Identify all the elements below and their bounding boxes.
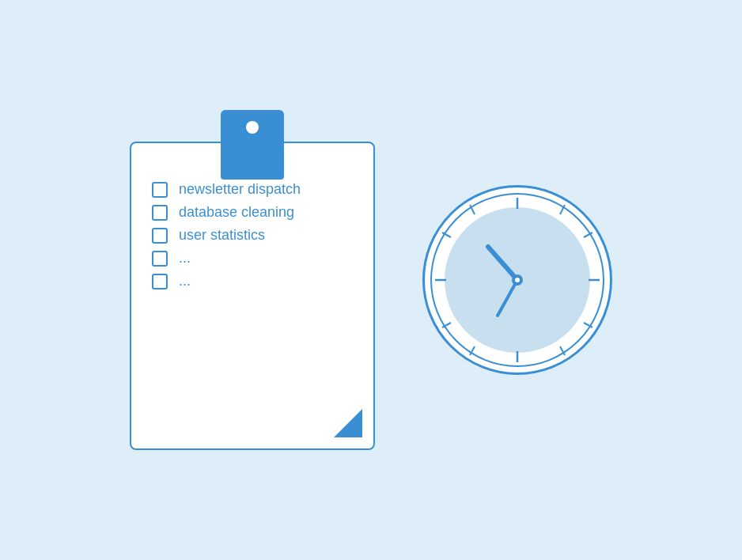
checkbox-5[interactable]: [152, 274, 168, 289]
svg-point-15: [515, 278, 520, 282]
clock: [422, 185, 612, 375]
item-label-1: newsletter dispatch: [179, 181, 301, 198]
folded-corner: [334, 409, 362, 437]
svg-line-6: [584, 323, 592, 327]
svg-line-8: [470, 346, 475, 355]
item-label-3: user statistics: [179, 227, 265, 244]
clipboard: newsletter dispatch database cleaning us…: [130, 110, 375, 450]
clipboard-clip: [221, 110, 284, 173]
svg-line-5: [584, 233, 592, 237]
svg-line-9: [442, 323, 451, 327]
clipboard-paper: newsletter dispatch database cleaning us…: [136, 157, 369, 444]
checklist: newsletter dispatch database cleaning us…: [152, 181, 353, 289]
item-label-5: ...: [179, 273, 191, 289]
list-item: user statistics: [152, 227, 353, 244]
svg-line-10: [442, 233, 451, 237]
list-item: newsletter dispatch: [152, 181, 353, 198]
checkbox-3[interactable]: [152, 228, 168, 244]
checkbox-1[interactable]: [152, 182, 168, 198]
svg-line-13: [498, 280, 517, 316]
checkbox-2[interactable]: [152, 205, 168, 221]
svg-line-7: [560, 346, 565, 355]
checkbox-4[interactable]: [152, 251, 168, 267]
item-label-4: ...: [179, 250, 191, 267]
list-item: ...: [152, 250, 353, 267]
main-scene: newsletter dispatch database cleaning us…: [130, 110, 612, 450]
svg-line-12: [488, 247, 517, 280]
svg-line-4: [560, 205, 565, 214]
list-item: ...: [152, 273, 353, 289]
svg-line-11: [470, 205, 475, 214]
item-label-2: database cleaning: [179, 204, 294, 221]
clock-svg: [422, 185, 612, 375]
list-item: database cleaning: [152, 204, 353, 221]
